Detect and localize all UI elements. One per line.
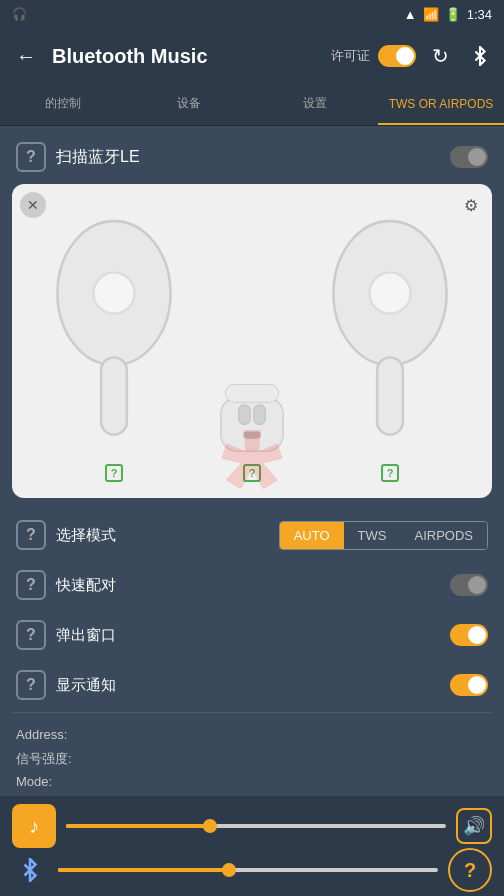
- volume-fill: [66, 824, 210, 828]
- tabs: 的控制 设备 设置 TWS OR AIRPODS: [0, 84, 504, 126]
- volume-row: ♪ 🔊: [12, 804, 492, 848]
- right-battery-icon: ?: [381, 464, 399, 482]
- tab-settings[interactable]: 设置: [252, 84, 378, 125]
- airpods-visual: ? ?: [24, 196, 480, 486]
- volume-slider[interactable]: [66, 824, 446, 828]
- signal-icon: 📶: [423, 7, 439, 22]
- svg-point-2: [93, 273, 134, 314]
- svg-rect-5: [239, 405, 251, 425]
- popup-left: ? 弹出窗口: [16, 620, 116, 650]
- mode-info-label: Mode:: [16, 770, 488, 793]
- popup-row: ? 弹出窗口: [12, 610, 492, 660]
- permission-toggle[interactable]: [378, 45, 416, 67]
- svg-rect-7: [243, 432, 261, 439]
- bt-thumb[interactable]: [222, 863, 236, 877]
- bluetooth-bottom-icon: [12, 852, 48, 888]
- airpods-card: ✕ ⚙ ?: [12, 184, 492, 498]
- back-button[interactable]: ←: [8, 38, 44, 74]
- case-image: [212, 380, 292, 460]
- quick-pair-label: 快速配对: [56, 576, 116, 595]
- wifi-icon: ▲: [404, 7, 417, 22]
- popup-toggle[interactable]: [450, 624, 488, 646]
- signal-label: 信号强度:: [16, 747, 488, 770]
- battery-icon: 🔋: [445, 7, 461, 22]
- time-display: 1:34: [467, 7, 492, 22]
- scan-label: 扫描蓝牙LE: [56, 147, 140, 168]
- volume-thumb[interactable]: [203, 819, 217, 833]
- left-airpod-image: [24, 216, 204, 460]
- quick-pair-left: ? 快速配对: [16, 570, 116, 600]
- card-close-button[interactable]: ✕: [20, 192, 46, 218]
- mode-auto-button[interactable]: AUTO: [280, 522, 344, 549]
- music-note-icon: ♪: [29, 815, 39, 838]
- scan-toggle[interactable]: [450, 146, 488, 168]
- mode-row: ? 选择模式 AUTO TWS AIRPODS: [12, 510, 492, 560]
- scan-help-icon[interactable]: ?: [16, 142, 46, 172]
- right-airpod-image: [300, 216, 480, 460]
- case-container: ?: [212, 380, 292, 482]
- notify-row: ? 显示通知: [12, 660, 492, 710]
- quick-pair-toggle[interactable]: [450, 574, 488, 596]
- status-left: 🎧: [12, 7, 27, 21]
- bluetooth-icon[interactable]: [464, 40, 496, 72]
- notify-label: 显示通知: [56, 676, 116, 695]
- tab-devices[interactable]: 设备: [126, 84, 252, 125]
- quick-pair-help-icon[interactable]: ?: [16, 570, 46, 600]
- notify-toggle[interactable]: [450, 674, 488, 696]
- case-battery: ?: [243, 464, 261, 482]
- bottom-bar: ♪ 🔊 ?: [0, 796, 504, 896]
- header: ← Bluetooth Music 许可证 ↻: [0, 28, 504, 84]
- scan-row: ? 扫描蓝牙LE: [12, 134, 492, 180]
- status-bar: 🎧 ▲ 📶 🔋 1:34: [0, 0, 504, 28]
- left-battery: ?: [105, 464, 123, 482]
- svg-rect-4: [225, 385, 278, 403]
- scan-left: ? 扫描蓝牙LE: [16, 142, 140, 172]
- right-battery: ?: [381, 464, 399, 482]
- tab-tws[interactable]: TWS OR AIRPODS: [378, 84, 504, 125]
- notify-help-icon[interactable]: ?: [16, 670, 46, 700]
- main-content: ? 扫描蓝牙LE ✕ ⚙ ?: [0, 126, 504, 796]
- card-gear-button[interactable]: ⚙: [458, 192, 484, 218]
- headphone-icon: 🎧: [12, 7, 27, 21]
- mode-airpods-button[interactable]: AIRPODS: [400, 522, 487, 549]
- mode-label: 选择模式: [56, 526, 116, 545]
- music-note-button[interactable]: ♪: [12, 804, 56, 848]
- left-battery-icon: ?: [105, 464, 123, 482]
- svg-rect-1: [101, 357, 127, 434]
- mode-tws-button[interactable]: TWS: [344, 522, 401, 549]
- svg-point-10: [369, 273, 410, 314]
- right-airpod-container: ?: [300, 216, 480, 482]
- permission-label: 许可证: [331, 47, 370, 65]
- bt-fill: [58, 868, 229, 872]
- info-section: Address: 信号强度: Mode:: [12, 715, 492, 796]
- volume-icon[interactable]: 🔊: [456, 808, 492, 844]
- case-battery-icon: ?: [243, 464, 261, 482]
- svg-rect-9: [377, 357, 403, 434]
- popup-label: 弹出窗口: [56, 626, 116, 645]
- bt-slider[interactable]: [58, 868, 438, 872]
- header-actions: 许可证 ↻: [331, 40, 496, 72]
- page-title: Bluetooth Music: [52, 45, 323, 68]
- notify-left: ? 显示通知: [16, 670, 116, 700]
- divider-1: [12, 712, 492, 713]
- mode-left: ? 选择模式: [16, 520, 116, 550]
- bluetooth-row: ?: [12, 848, 492, 892]
- help-circle-button[interactable]: ?: [448, 848, 492, 892]
- quick-pair-row: ? 快速配对: [12, 560, 492, 610]
- left-airpod-container: ?: [24, 216, 204, 482]
- tab-controls[interactable]: 的控制: [0, 84, 126, 125]
- svg-rect-6: [254, 405, 266, 425]
- address-label: Address:: [16, 723, 488, 746]
- svg-rect-3: [221, 398, 283, 451]
- refresh-icon[interactable]: ↻: [424, 40, 456, 72]
- mode-help-icon[interactable]: ?: [16, 520, 46, 550]
- mode-selector: AUTO TWS AIRPODS: [279, 521, 488, 550]
- status-right: ▲ 📶 🔋 1:34: [404, 7, 492, 22]
- popup-help-icon[interactable]: ?: [16, 620, 46, 650]
